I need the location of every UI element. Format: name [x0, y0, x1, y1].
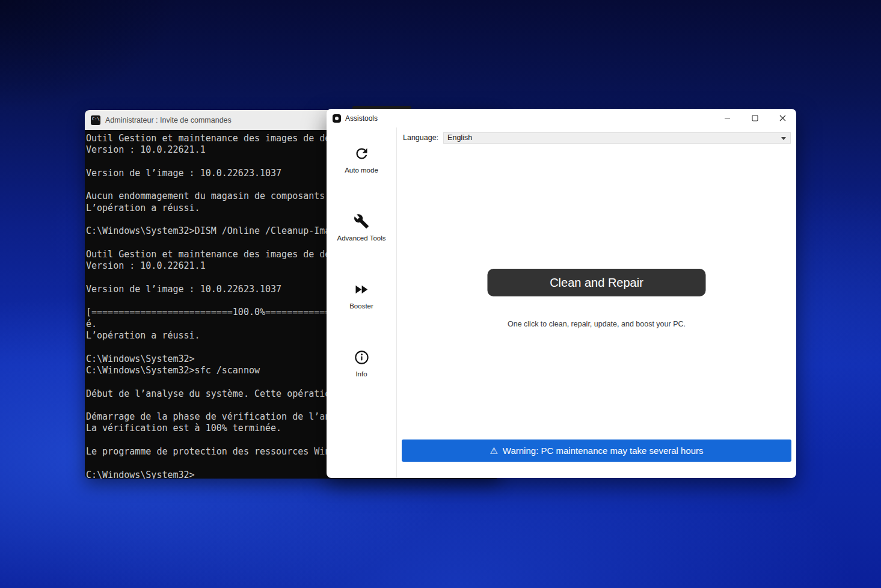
language-label: Language: — [403, 133, 438, 142]
sidebar-item-label: Advanced Tools — [337, 234, 386, 242]
primary-button-subtitle: One click to clean, repair, update, and … — [397, 320, 796, 328]
assistools-window: Assistools Auto mod — [327, 109, 796, 478]
wrench-icon — [353, 213, 370, 230]
language-dropdown[interactable]: English — [443, 132, 791, 144]
warning-icon: ⚠ — [490, 446, 497, 455]
main-pane: Language: English Clean and Repair One c… — [397, 127, 796, 478]
cmd-icon-glyph: C:\ — [91, 115, 100, 122]
chevron-down-icon — [781, 137, 786, 140]
sidebar-item-label: Booster — [349, 302, 373, 310]
close-icon — [779, 115, 786, 121]
maximize-button[interactable] — [741, 109, 769, 127]
warning-banner: ⚠ Warning: PC maintenance may take sever… — [402, 439, 791, 462]
fast-forward-icon — [353, 281, 370, 298]
language-selected-value: English — [447, 133, 472, 142]
app-content: Auto mode Advanced Tools Booster — [327, 127, 796, 478]
refresh-icon — [353, 145, 370, 162]
info-icon — [353, 349, 370, 366]
minimize-icon — [724, 115, 731, 121]
desktop: C:\ Administrateur : Invite de commandes… — [0, 0, 881, 588]
assistools-logo-icon — [333, 114, 341, 123]
warning-text: Warning: PC maintenance may take several… — [503, 446, 704, 456]
close-button[interactable] — [769, 109, 796, 127]
maximize-icon — [752, 115, 758, 121]
sidebar-item-auto-mode[interactable]: Auto mode — [345, 145, 378, 174]
sidebar-item-label: Info — [355, 370, 367, 378]
sidebar-item-label: Auto mode — [345, 167, 378, 174]
app-titlebar[interactable]: Assistools — [327, 109, 796, 127]
minimize-button[interactable] — [713, 109, 741, 127]
cmd-window-title: Administrateur : Invite de commandes — [105, 116, 232, 124]
cmd-icon: C:\ — [91, 115, 100, 125]
app-title: Assistools — [345, 114, 378, 123]
sidebar-item-advanced-tools[interactable]: Advanced Tools — [337, 213, 386, 242]
language-row: Language: English — [403, 132, 791, 144]
clean-and-repair-button[interactable]: Clean and Repair — [488, 269, 706, 296]
sidebar-item-booster[interactable]: Booster — [349, 281, 373, 310]
sidebar: Auto mode Advanced Tools Booster — [327, 127, 397, 478]
sidebar-item-info[interactable]: Info — [353, 349, 370, 378]
window-controls — [713, 109, 796, 127]
